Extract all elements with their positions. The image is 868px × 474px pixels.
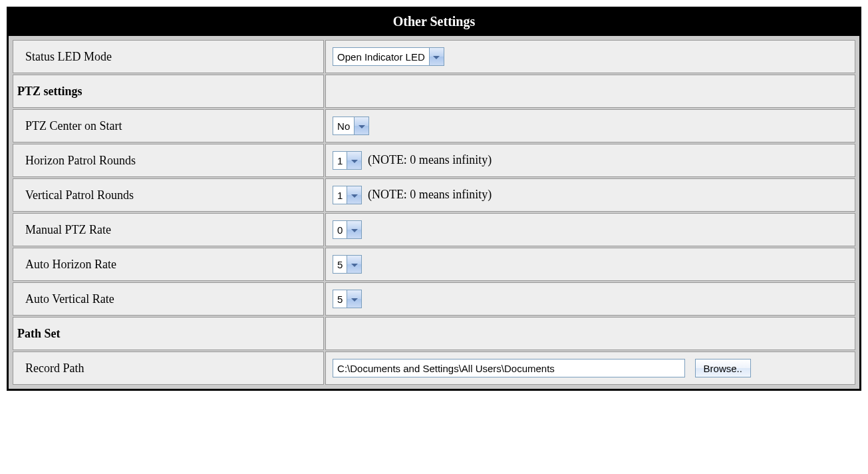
row-vertical-patrol: Vertical Patrol Rounds 1 (NOTE: 0 means … xyxy=(13,178,855,212)
panel-title: Other Settings xyxy=(9,9,859,36)
row-path-heading: Path Set xyxy=(13,317,855,350)
record-path-value-cell: Browse.. xyxy=(325,352,855,385)
path-section-heading: Path Set xyxy=(13,317,324,350)
status-led-value-cell: Open Indicator LED xyxy=(325,40,855,73)
manual-ptz-rate-select[interactable]: 0 xyxy=(333,220,362,239)
row-manual-ptz-rate: Manual PTZ Rate 0 xyxy=(13,213,855,246)
vertical-patrol-select-button[interactable] xyxy=(347,186,361,204)
chevron-down-icon xyxy=(351,160,358,163)
row-auto-horizon-rate: Auto Horizon Rate 5 xyxy=(13,248,855,281)
row-auto-vertical-rate: Auto Vertical Rate 5 xyxy=(13,282,855,316)
record-path-input[interactable] xyxy=(333,359,685,377)
vertical-patrol-label: Vertical Patrol Rounds xyxy=(13,178,324,212)
settings-panel: Other Settings Status LED Mode Open Indi… xyxy=(7,7,861,391)
chevron-down-icon xyxy=(351,264,358,267)
ptz-center-label: PTZ Center on Start xyxy=(13,109,324,142)
row-ptz-heading: PTZ settings xyxy=(13,75,855,108)
manual-ptz-rate-select-button[interactable] xyxy=(347,221,361,238)
ptz-section-heading: PTZ settings xyxy=(13,75,324,108)
manual-ptz-rate-label: Manual PTZ Rate xyxy=(13,213,324,246)
horizon-patrol-select-text: 1 xyxy=(333,152,347,169)
manual-ptz-rate-value-cell: 0 xyxy=(325,213,855,246)
row-status-led: Status LED Mode Open Indicator LED xyxy=(13,40,855,73)
ptz-center-select-text: No xyxy=(333,118,354,134)
auto-vertical-rate-select[interactable]: 5 xyxy=(333,290,362,308)
row-horizon-patrol: Horizon Patrol Rounds 1 (NOTE: 0 means i… xyxy=(13,144,855,177)
chevron-down-icon xyxy=(351,298,358,302)
horizon-patrol-select-button[interactable] xyxy=(347,152,361,169)
status-led-label: Status LED Mode xyxy=(13,40,324,73)
horizon-patrol-value-cell: 1 (NOTE: 0 means infinity) xyxy=(325,144,855,177)
ptz-center-select[interactable]: No xyxy=(333,117,369,135)
status-led-select-text: Open Indicator LED xyxy=(333,49,429,65)
row-record-path: Record Path Browse.. xyxy=(13,352,855,385)
auto-horizon-rate-select-button[interactable] xyxy=(347,256,361,273)
auto-horizon-rate-select[interactable]: 5 xyxy=(333,255,362,274)
vertical-patrol-value-cell: 1 (NOTE: 0 means infinity) xyxy=(325,178,855,212)
auto-horizon-rate-value-cell: 5 xyxy=(325,248,855,281)
ptz-center-select-button[interactable] xyxy=(354,117,368,134)
auto-horizon-rate-label: Auto Horizon Rate xyxy=(13,248,324,281)
chevron-down-icon xyxy=(351,194,358,198)
browse-button[interactable]: Browse.. xyxy=(695,359,751,377)
auto-horizon-rate-select-text: 5 xyxy=(333,256,347,273)
ptz-center-value-cell: No xyxy=(325,109,855,142)
horizon-patrol-label: Horizon Patrol Rounds xyxy=(13,144,324,177)
row-ptz-center: PTZ Center on Start No xyxy=(13,109,855,142)
settings-table: Status LED Mode Open Indicator LED PTZ s… xyxy=(9,36,859,389)
chevron-down-icon xyxy=(351,229,358,232)
auto-vertical-rate-label: Auto Vertical Rate xyxy=(13,282,324,316)
ptz-heading-empty xyxy=(325,75,855,108)
path-heading-empty xyxy=(325,317,855,350)
record-path-label: Record Path xyxy=(13,352,324,385)
chevron-down-icon xyxy=(359,125,365,128)
chevron-down-icon xyxy=(433,56,440,59)
auto-vertical-rate-select-text: 5 xyxy=(333,291,347,308)
horizon-patrol-note: (NOTE: 0 means infinity) xyxy=(368,153,492,166)
status-led-select[interactable]: Open Indicator LED xyxy=(333,47,444,66)
auto-vertical-rate-value-cell: 5 xyxy=(325,282,855,316)
status-led-select-button[interactable] xyxy=(429,48,444,65)
vertical-patrol-note: (NOTE: 0 means infinity) xyxy=(368,188,492,201)
horizon-patrol-select[interactable]: 1 xyxy=(333,151,362,170)
vertical-patrol-select[interactable]: 1 xyxy=(333,186,362,204)
manual-ptz-rate-select-text: 0 xyxy=(333,222,347,238)
auto-vertical-rate-select-button[interactable] xyxy=(347,290,361,308)
vertical-patrol-select-text: 1 xyxy=(333,187,347,204)
